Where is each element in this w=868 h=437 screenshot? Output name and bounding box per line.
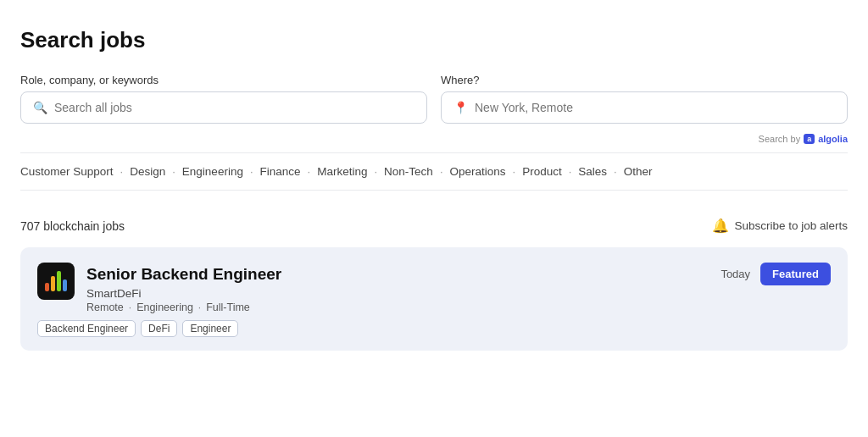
algolia-attribution: Search by a algolia	[20, 134, 848, 144]
category-dot: ·	[250, 165, 253, 178]
page-title: Search jobs	[20, 27, 848, 53]
company-logo	[37, 263, 75, 300]
search-icon: 🔍	[33, 101, 47, 114]
category-item-product[interactable]: Product	[522, 163, 562, 180]
where-search-group: Where? 📍	[441, 74, 848, 124]
bell-icon: 🔔	[712, 218, 729, 234]
job-tag: Engineering	[136, 301, 193, 313]
skill-tag: DeFi	[141, 320, 177, 337]
job-tags-row: Remote·Engineering·Full-Time	[86, 301, 831, 313]
job-tag-dot: ·	[129, 301, 131, 313]
search-row: Role, company, or keywords 🔍 Where? 📍	[20, 74, 848, 124]
job-info: Senior Backend Engineer Today Featured S…	[86, 263, 831, 313]
job-tag: Remote	[86, 301, 124, 313]
category-item-non-tech[interactable]: Non-Tech	[384, 163, 433, 180]
category-item-sales[interactable]: Sales	[578, 163, 607, 180]
location-icon: 📍	[453, 101, 468, 114]
category-item-marketing[interactable]: Marketing	[317, 163, 367, 180]
role-label: Role, company, or keywords	[20, 74, 427, 86]
category-item-operations[interactable]: Operations	[450, 163, 506, 180]
job-meta-right: Today Featured	[721, 263, 831, 285]
subscribe-label: Subscribe to job alerts	[734, 219, 848, 232]
category-dot: ·	[440, 165, 443, 178]
job-tag-dot: ·	[198, 301, 201, 313]
where-search-input[interactable]	[475, 101, 835, 114]
category-item-customer-support[interactable]: Customer Support	[20, 163, 114, 180]
subscribe-button[interactable]: 🔔 Subscribe to job alerts	[712, 218, 848, 234]
featured-badge[interactable]: Featured	[760, 263, 831, 285]
job-tag: Full-Time	[206, 301, 250, 313]
category-item-finance[interactable]: Finance	[260, 163, 301, 180]
category-item-engineering[interactable]: Engineering	[182, 163, 243, 180]
category-dot: ·	[513, 165, 516, 178]
job-date: Today	[721, 268, 750, 280]
role-input-wrapper[interactable]: 🔍	[20, 91, 427, 124]
algolia-logo-mark: a	[804, 134, 815, 144]
where-label: Where?	[441, 74, 848, 86]
where-input-wrapper[interactable]: 📍	[441, 91, 848, 124]
category-dot: ·	[172, 165, 175, 178]
results-header: 707 blockchain jobs 🔔 Subscribe to job a…	[20, 218, 848, 234]
job-card-header: Senior Backend Engineer Today Featured S…	[37, 263, 831, 313]
job-title-row: Senior Backend Engineer Today Featured	[86, 263, 831, 285]
job-title: Senior Backend Engineer	[86, 265, 281, 284]
algolia-prefix: Search by	[759, 134, 801, 144]
skill-tag: Backend Engineer	[37, 320, 136, 337]
skill-tags-row: Backend EngineerDeFiEngineer	[37, 320, 831, 337]
category-dot: ·	[308, 165, 311, 178]
company-name: SmartDeFi	[86, 287, 831, 300]
category-dot: ·	[120, 165, 124, 178]
category-dot: ·	[569, 165, 572, 178]
logo-bars	[45, 271, 67, 291]
category-item-design[interactable]: Design	[130, 163, 165, 180]
category-item-other[interactable]: Other	[624, 163, 653, 180]
role-search-input[interactable]	[54, 101, 415, 114]
job-card[interactable]: Senior Backend Engineer Today Featured S…	[20, 247, 848, 351]
role-search-group: Role, company, or keywords 🔍	[20, 74, 427, 124]
category-dot: ·	[614, 165, 617, 178]
results-count: 707 blockchain jobs	[20, 219, 125, 233]
category-dot: ·	[374, 165, 377, 178]
algolia-logo: a algolia	[804, 134, 848, 144]
algolia-name: algolia	[818, 134, 848, 144]
categories-row: Customer Support·Design·Engineering·Fina…	[20, 152, 848, 191]
skill-tag: Engineer	[182, 320, 238, 337]
